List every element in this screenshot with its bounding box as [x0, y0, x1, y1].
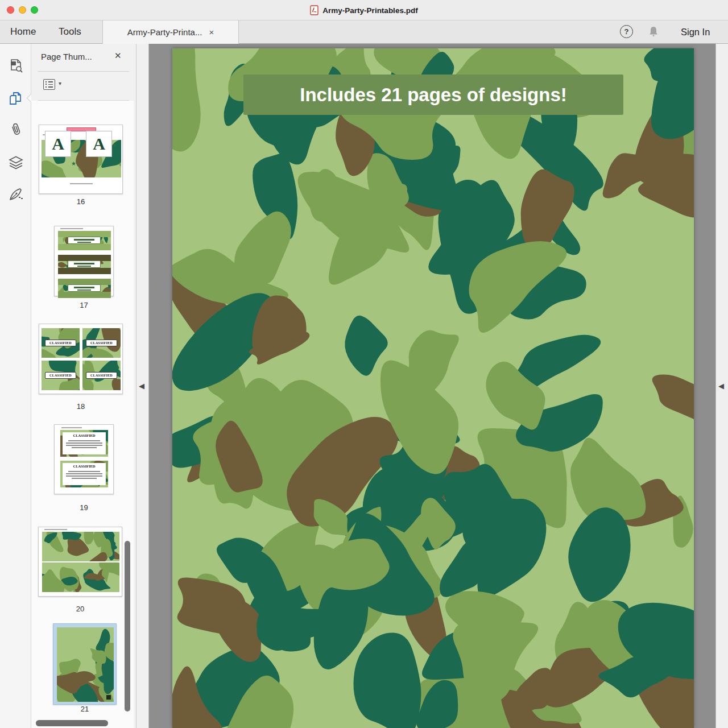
- thumbnail-page-17[interactable]: [54, 226, 114, 296]
- layers-icon[interactable]: [8, 155, 24, 171]
- sidebar-vertical-scrollbar[interactable]: [125, 541, 130, 712]
- wrapper-label: [68, 284, 101, 292]
- classified-heading: CLASSIFIED: [63, 464, 106, 468]
- page-number: 21: [53, 705, 117, 713]
- tab-document-label: Army-Party-Printa...: [127, 27, 202, 37]
- thumb21-logo-mark: [106, 695, 111, 700]
- tab-close-icon[interactable]: ×: [209, 27, 214, 37]
- page-number: 20: [38, 605, 122, 613]
- panel-collapse-strip[interactable]: ◀: [136, 44, 149, 728]
- left-toolbar: [0, 44, 31, 728]
- pdf-file-icon: [310, 5, 318, 15]
- divider: [38, 71, 129, 72]
- expand-panel-arrow-icon[interactable]: ◀: [718, 382, 724, 390]
- classified-stamp: CLASSIFIED: [45, 340, 76, 346]
- thumbnail-page-19[interactable]: CLASSIFIED CLASSIFIED: [54, 424, 114, 494]
- thumbnail-page-21-selected[interactable]: [53, 623, 117, 705]
- classified-heading: CLASSIFIED: [63, 433, 106, 437]
- wrapper-label: [68, 237, 101, 244]
- classified-stamp: CLASSIFIED: [86, 372, 117, 379]
- banner-text: Includes 21 pages of designs!: [300, 84, 566, 106]
- thumbnail-page-18[interactable]: CLASSIFIED CLASSIFIED CLASSIFIED CLASSIF…: [39, 324, 123, 394]
- fill-and-sign-pen-icon[interactable]: [8, 186, 24, 202]
- star-icon: ★: [71, 160, 76, 167]
- tab-document[interactable]: Army-Party-Printa... ×: [102, 20, 239, 44]
- notifications-bell-icon[interactable]: [648, 26, 659, 40]
- banner-letter: A: [45, 131, 71, 157]
- classified-stamp: CLASSIFIED: [45, 372, 76, 379]
- chevron-down-icon[interactable]: ▾: [59, 80, 61, 86]
- page-banner: Includes 21 pages of designs!: [243, 75, 623, 115]
- panel-close-icon[interactable]: ✕: [114, 51, 122, 61]
- wrapper-label: [68, 260, 101, 268]
- page-number: 16: [39, 197, 123, 206]
- thumbnail-page-20[interactable]: [38, 527, 122, 597]
- window-titlebar: Army-Party-Printables.pdf: [0, 0, 728, 20]
- page-number: 17: [54, 301, 114, 309]
- window-title: Army-Party-Printables.pdf: [322, 6, 417, 15]
- classified-stamp: CLASSIFIED: [86, 340, 117, 346]
- collapse-panel-arrow-icon[interactable]: ◀: [139, 382, 144, 390]
- star-icon: ★: [112, 142, 117, 148]
- document-viewer: Includes 21 pages of designs!: [149, 44, 715, 728]
- attachments-paperclip-icon[interactable]: [6, 119, 26, 140]
- page-thumbnails-icon[interactable]: [8, 90, 24, 106]
- banner-letter: A: [86, 131, 112, 157]
- pdf-page[interactable]: Includes 21 pages of designs!: [172, 48, 694, 728]
- page-number: 18: [39, 402, 123, 411]
- tab-tools[interactable]: Tools: [59, 20, 81, 43]
- page-number: 19: [54, 503, 114, 512]
- sidebar-horizontal-scrollbar[interactable]: [36, 720, 108, 726]
- camouflage-page-artwork: [172, 48, 694, 728]
- help-icon[interactable]: ?: [620, 25, 633, 38]
- thumbnail-options-icon[interactable]: [43, 79, 55, 90]
- sign-in-button[interactable]: Sign In: [681, 20, 710, 43]
- tab-home[interactable]: Home: [10, 20, 36, 43]
- right-panel-strip[interactable]: ◀: [715, 44, 728, 728]
- panel-title: Page Thum...: [41, 52, 92, 61]
- thumbnail-page-16[interactable]: A A ★ ★: [39, 125, 123, 194]
- page-thumbnails-panel: Page Thum... ✕ ▾ A A ★ ★ 16: [31, 44, 136, 728]
- document-preview-icon[interactable]: [8, 58, 24, 74]
- tab-bar: Home Tools Army-Party-Printa... × ? Sign…: [0, 20, 728, 44]
